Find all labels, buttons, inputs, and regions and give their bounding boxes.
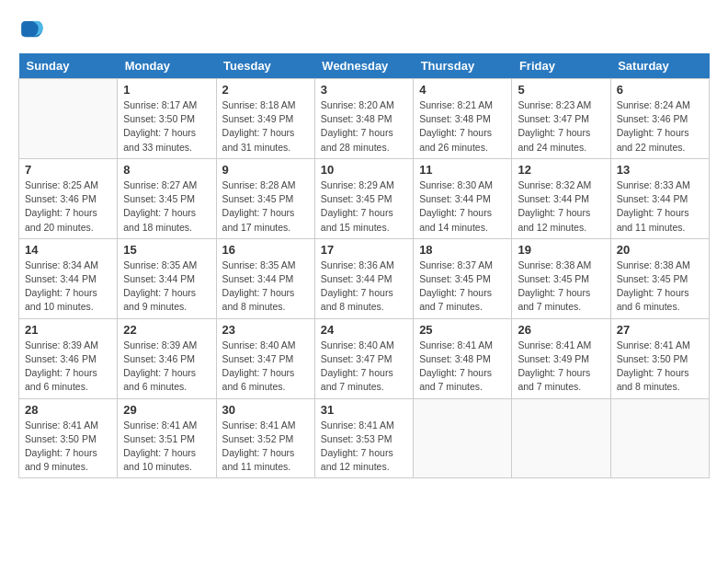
calendar-table: SundayMondayTuesdayWednesdayThursdayFrid… bbox=[18, 53, 710, 478]
day-info: Sunrise: 8:41 AM Sunset: 3:51 PM Dayligh… bbox=[123, 419, 210, 475]
day-number: 6 bbox=[617, 83, 703, 97]
calendar-cell: 17Sunrise: 8:36 AM Sunset: 3:44 PM Dayli… bbox=[314, 238, 413, 318]
day-number: 8 bbox=[123, 163, 210, 177]
calendar-cell bbox=[414, 398, 512, 478]
page-header bbox=[18, 18, 710, 44]
day-info: Sunrise: 8:21 AM Sunset: 3:48 PM Dayligh… bbox=[419, 98, 506, 155]
calendar-cell: 27Sunrise: 8:41 AM Sunset: 3:50 PM Dayli… bbox=[610, 318, 709, 398]
calendar-cell: 13Sunrise: 8:33 AM Sunset: 3:44 PM Dayli… bbox=[610, 158, 709, 238]
day-info: Sunrise: 8:30 AM Sunset: 3:44 PM Dayligh… bbox=[419, 178, 506, 235]
day-number: 2 bbox=[222, 83, 309, 97]
day-number: 20 bbox=[617, 243, 703, 257]
day-number: 16 bbox=[222, 243, 309, 257]
day-number: 9 bbox=[222, 163, 309, 177]
calendar-cell: 28Sunrise: 8:41 AM Sunset: 3:50 PM Dayli… bbox=[19, 398, 118, 478]
calendar-cell: 18Sunrise: 8:37 AM Sunset: 3:45 PM Dayli… bbox=[414, 238, 512, 318]
day-number: 24 bbox=[321, 323, 407, 337]
day-number: 3 bbox=[321, 83, 407, 97]
calendar-cell: 31Sunrise: 8:41 AM Sunset: 3:53 PM Dayli… bbox=[314, 398, 413, 478]
day-number: 7 bbox=[25, 163, 111, 177]
day-info: Sunrise: 8:34 AM Sunset: 3:44 PM Dayligh… bbox=[25, 259, 111, 315]
calendar-cell: 1Sunrise: 8:17 AM Sunset: 3:50 PM Daylig… bbox=[118, 79, 216, 159]
calendar-cell: 9Sunrise: 8:28 AM Sunset: 3:45 PM Daylig… bbox=[216, 158, 314, 238]
col-header-saturday: Saturday bbox=[610, 53, 709, 79]
calendar-cell: 7Sunrise: 8:25 AM Sunset: 3:46 PM Daylig… bbox=[19, 158, 118, 238]
day-info: Sunrise: 8:33 AM Sunset: 3:44 PM Dayligh… bbox=[617, 178, 703, 235]
day-number: 15 bbox=[123, 243, 210, 257]
calendar-cell: 4Sunrise: 8:21 AM Sunset: 3:48 PM Daylig… bbox=[414, 79, 512, 159]
col-header-monday: Monday bbox=[118, 53, 216, 79]
day-number: 10 bbox=[321, 163, 407, 177]
calendar-cell: 24Sunrise: 8:40 AM Sunset: 3:47 PM Dayli… bbox=[314, 318, 413, 398]
logo bbox=[18, 18, 48, 44]
day-info: Sunrise: 8:40 AM Sunset: 3:47 PM Dayligh… bbox=[222, 339, 309, 395]
day-number: 18 bbox=[419, 243, 506, 257]
calendar-cell: 2Sunrise: 8:18 AM Sunset: 3:49 PM Daylig… bbox=[216, 79, 314, 159]
day-number: 1 bbox=[123, 83, 210, 97]
day-info: Sunrise: 8:20 AM Sunset: 3:48 PM Dayligh… bbox=[321, 98, 407, 155]
col-header-tuesday: Tuesday bbox=[216, 53, 314, 79]
day-of-week-header-row: SundayMondayTuesdayWednesdayThursdayFrid… bbox=[19, 53, 710, 79]
day-number: 26 bbox=[518, 323, 604, 337]
calendar-cell: 23Sunrise: 8:40 AM Sunset: 3:47 PM Dayli… bbox=[216, 318, 314, 398]
day-number: 13 bbox=[617, 163, 703, 177]
day-info: Sunrise: 8:18 AM Sunset: 3:49 PM Dayligh… bbox=[222, 98, 309, 155]
day-number: 23 bbox=[222, 323, 309, 337]
day-info: Sunrise: 8:38 AM Sunset: 3:45 PM Dayligh… bbox=[617, 259, 703, 315]
day-info: Sunrise: 8:29 AM Sunset: 3:45 PM Dayligh… bbox=[321, 178, 407, 235]
day-info: Sunrise: 8:37 AM Sunset: 3:45 PM Dayligh… bbox=[419, 259, 506, 315]
day-number: 21 bbox=[25, 323, 111, 337]
calendar-cell: 21Sunrise: 8:39 AM Sunset: 3:46 PM Dayli… bbox=[19, 318, 118, 398]
day-info: Sunrise: 8:27 AM Sunset: 3:45 PM Dayligh… bbox=[123, 178, 210, 235]
calendar-cell: 8Sunrise: 8:27 AM Sunset: 3:45 PM Daylig… bbox=[118, 158, 216, 238]
day-info: Sunrise: 8:23 AM Sunset: 3:47 PM Dayligh… bbox=[518, 98, 604, 155]
day-info: Sunrise: 8:38 AM Sunset: 3:45 PM Dayligh… bbox=[518, 259, 604, 315]
calendar-cell: 6Sunrise: 8:24 AM Sunset: 3:46 PM Daylig… bbox=[610, 79, 709, 159]
calendar-cell bbox=[512, 398, 610, 478]
day-number: 17 bbox=[321, 243, 407, 257]
calendar-cell: 10Sunrise: 8:29 AM Sunset: 3:45 PM Dayli… bbox=[314, 158, 413, 238]
week-row-5: 28Sunrise: 8:41 AM Sunset: 3:50 PM Dayli… bbox=[19, 398, 710, 478]
week-row-4: 21Sunrise: 8:39 AM Sunset: 3:46 PM Dayli… bbox=[19, 318, 710, 398]
day-info: Sunrise: 8:36 AM Sunset: 3:44 PM Dayligh… bbox=[321, 259, 407, 315]
calendar-cell: 19Sunrise: 8:38 AM Sunset: 3:45 PM Dayli… bbox=[512, 238, 610, 318]
calendar-cell bbox=[19, 79, 118, 159]
calendar-cell: 22Sunrise: 8:39 AM Sunset: 3:46 PM Dayli… bbox=[118, 318, 216, 398]
day-info: Sunrise: 8:35 AM Sunset: 3:44 PM Dayligh… bbox=[123, 259, 210, 315]
day-number: 27 bbox=[617, 323, 703, 337]
day-info: Sunrise: 8:24 AM Sunset: 3:46 PM Dayligh… bbox=[617, 98, 703, 155]
calendar-cell: 29Sunrise: 8:41 AM Sunset: 3:51 PM Dayli… bbox=[118, 398, 216, 478]
day-number: 11 bbox=[419, 163, 506, 177]
calendar-cell: 14Sunrise: 8:34 AM Sunset: 3:44 PM Dayli… bbox=[19, 238, 118, 318]
day-info: Sunrise: 8:25 AM Sunset: 3:46 PM Dayligh… bbox=[25, 178, 111, 235]
day-number: 31 bbox=[321, 403, 407, 417]
day-number: 4 bbox=[419, 83, 506, 97]
calendar-body: 1Sunrise: 8:17 AM Sunset: 3:50 PM Daylig… bbox=[19, 79, 710, 478]
calendar-cell: 11Sunrise: 8:30 AM Sunset: 3:44 PM Dayli… bbox=[414, 158, 512, 238]
col-header-thursday: Thursday bbox=[414, 53, 512, 79]
day-number: 12 bbox=[518, 163, 604, 177]
day-number: 29 bbox=[123, 403, 210, 417]
day-info: Sunrise: 8:40 AM Sunset: 3:47 PM Dayligh… bbox=[321, 339, 407, 395]
day-info: Sunrise: 8:32 AM Sunset: 3:44 PM Dayligh… bbox=[518, 178, 604, 235]
day-info: Sunrise: 8:41 AM Sunset: 3:52 PM Dayligh… bbox=[222, 419, 309, 475]
calendar-cell bbox=[610, 398, 709, 478]
calendar-cell: 20Sunrise: 8:38 AM Sunset: 3:45 PM Dayli… bbox=[610, 238, 709, 318]
week-row-3: 14Sunrise: 8:34 AM Sunset: 3:44 PM Dayli… bbox=[19, 238, 710, 318]
day-info: Sunrise: 8:41 AM Sunset: 3:53 PM Dayligh… bbox=[321, 419, 407, 475]
week-row-2: 7Sunrise: 8:25 AM Sunset: 3:46 PM Daylig… bbox=[19, 158, 710, 238]
day-number: 25 bbox=[419, 323, 506, 337]
day-info: Sunrise: 8:41 AM Sunset: 3:50 PM Dayligh… bbox=[617, 339, 703, 395]
day-info: Sunrise: 8:39 AM Sunset: 3:46 PM Dayligh… bbox=[123, 339, 210, 395]
day-info: Sunrise: 8:39 AM Sunset: 3:46 PM Dayligh… bbox=[25, 339, 111, 395]
day-info: Sunrise: 8:41 AM Sunset: 3:48 PM Dayligh… bbox=[419, 339, 506, 395]
calendar-cell: 26Sunrise: 8:41 AM Sunset: 3:49 PM Dayli… bbox=[512, 318, 610, 398]
day-info: Sunrise: 8:35 AM Sunset: 3:44 PM Dayligh… bbox=[222, 259, 309, 315]
day-number: 22 bbox=[123, 323, 210, 337]
day-number: 30 bbox=[222, 403, 309, 417]
day-info: Sunrise: 8:41 AM Sunset: 3:50 PM Dayligh… bbox=[25, 419, 111, 475]
day-number: 5 bbox=[518, 83, 604, 97]
calendar-cell: 15Sunrise: 8:35 AM Sunset: 3:44 PM Dayli… bbox=[118, 238, 216, 318]
col-header-sunday: Sunday bbox=[19, 53, 118, 79]
day-number: 19 bbox=[518, 243, 604, 257]
